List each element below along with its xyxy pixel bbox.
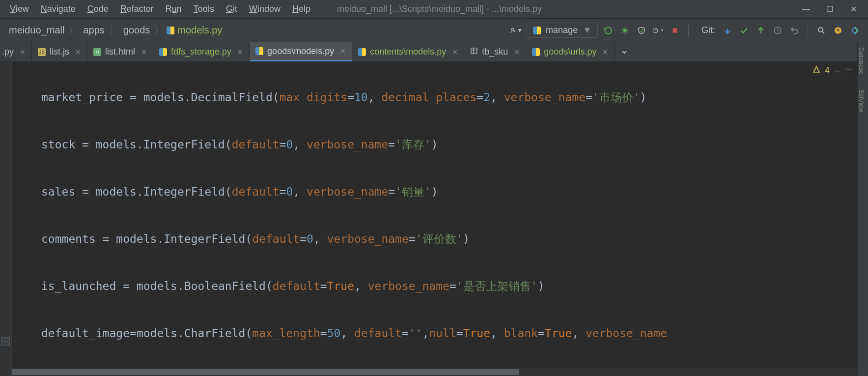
- tab-label: tb_sku: [482, 47, 508, 57]
- run-configuration-label: manage: [546, 25, 578, 35]
- tab-label: goods\models.py: [267, 46, 334, 57]
- chevron-down-icon[interactable]: ﹀: [845, 65, 853, 76]
- close-button[interactable]: ✕: [848, 4, 858, 14]
- search-everywhere-button[interactable]: [815, 24, 828, 37]
- python-icon: [255, 47, 263, 55]
- breadcrumb-file-label: models.py: [177, 25, 222, 36]
- more-tabs-button[interactable]: [615, 42, 634, 61]
- python-icon: [532, 48, 540, 56]
- fold-handle-icon[interactable]: –: [1, 337, 10, 346]
- maximize-button[interactable]: ☐: [825, 4, 835, 14]
- run-configuration-dropdown[interactable]: manage ▼: [527, 23, 598, 38]
- git-history-button[interactable]: [771, 24, 784, 37]
- python-icon: [159, 48, 167, 56]
- git-commit-button[interactable]: [738, 24, 751, 37]
- code-with-me-button[interactable]: [848, 24, 861, 37]
- menu-tools[interactable]: Tools: [189, 2, 219, 16]
- close-icon[interactable]: ✕: [602, 48, 608, 56]
- svg-point-0: [511, 28, 514, 30]
- table-icon: [470, 47, 478, 57]
- debug-button[interactable]: [618, 24, 631, 37]
- git-update-button[interactable]: [721, 24, 734, 37]
- js-icon: JS: [38, 48, 46, 56]
- tab-fdfs-storage[interactable]: fdfs_storage.py ✕: [153, 42, 250, 61]
- toolbar-separator: [688, 24, 689, 37]
- close-icon[interactable]: ✕: [340, 47, 346, 55]
- menu-refactor[interactable]: Refactor: [115, 2, 159, 16]
- tab-tb-sku[interactable]: tb_sku ✕: [464, 42, 526, 61]
- chevron-right-icon: 〉: [109, 23, 119, 38]
- menu-help[interactable]: Help: [287, 2, 315, 16]
- git-label: Git:: [701, 25, 715, 35]
- rerun-button[interactable]: [602, 24, 615, 37]
- chevron-right-icon: 〉: [154, 23, 165, 38]
- tab-goods-urls[interactable]: goods\urls.py ✕: [526, 42, 615, 61]
- code-line: comments = models.IntegerField(default=0…: [41, 227, 857, 251]
- python-icon: [533, 27, 541, 34]
- run-with-coverage-button[interactable]: [635, 24, 648, 37]
- inspection-widget[interactable]: 4 ︿ ﹀: [812, 65, 853, 76]
- close-icon[interactable]: ✕: [75, 48, 81, 56]
- svg-point-5: [818, 28, 823, 32]
- svg-point-1: [623, 29, 627, 32]
- menu-code[interactable]: Code: [83, 2, 113, 16]
- tab-label: list.js: [50, 47, 69, 57]
- svg-rect-7: [471, 48, 477, 54]
- breadcrumb-apps[interactable]: apps: [81, 25, 106, 36]
- close-icon[interactable]: ✕: [452, 48, 458, 56]
- html-icon: H: [93, 48, 101, 56]
- toolbar-separator: [808, 24, 808, 37]
- breadcrumb-root[interactable]: meiduo_mall: [7, 25, 66, 36]
- python-icon: [358, 48, 366, 56]
- right-tool-window-bar: Database SciView: [857, 42, 868, 376]
- code-line: market_price = models.DecimalField(max_d…: [41, 86, 857, 109]
- git-rollback-button[interactable]: [788, 24, 801, 37]
- editor-gutter[interactable]: –: [0, 62, 12, 376]
- menu-run[interactable]: Run: [161, 2, 187, 16]
- menu-navigate[interactable]: Navigate: [36, 2, 81, 16]
- chevron-up-icon[interactable]: ︿: [834, 65, 841, 76]
- tab-label: list.html: [105, 47, 135, 57]
- code-line: default_image=models.CharField(max_lengt…: [41, 321, 857, 345]
- main-menu-bar: View Navigate Code Refactor Run Tools Gi…: [0, 0, 868, 19]
- close-icon[interactable]: ✕: [237, 48, 243, 56]
- svg-rect-3: [672, 28, 677, 32]
- menu-git[interactable]: Git: [221, 2, 242, 16]
- warning-count: 4: [825, 65, 830, 76]
- sciview-tool-button[interactable]: SciView: [858, 85, 865, 112]
- tab-label: fdfs_storage.py: [171, 47, 231, 57]
- code-line: is_launched = models.BooleanField(defaul…: [41, 274, 857, 298]
- scrollbar-thumb[interactable]: [12, 369, 519, 375]
- navigation-toolbar: meiduo_mall 〉 apps 〉 goods 〉 models.py ▼…: [0, 19, 868, 42]
- git-push-button[interactable]: [755, 24, 767, 37]
- tab-list-js[interactable]: JS list.js ✕: [32, 42, 87, 61]
- breadcrumb-goods[interactable]: goods: [121, 25, 152, 36]
- code-editor[interactable]: market_price = models.DecimalField(max_d…: [12, 62, 857, 376]
- tab-list-html[interactable]: H list.html ✕: [87, 42, 153, 61]
- editor-tab-strip: .py ✕ JS list.js ✕ H list.html ✕ fdfs_st…: [0, 42, 868, 62]
- tab-label: .py: [2, 47, 14, 57]
- close-icon[interactable]: ✕: [141, 48, 147, 56]
- add-configuration-button[interactable]: ▼: [510, 24, 523, 37]
- tab-contents-models[interactable]: contents\models.py ✕: [352, 42, 464, 61]
- chevron-down-icon: ▼: [660, 28, 665, 33]
- menu-view[interactable]: View: [5, 2, 34, 16]
- window-title: meiduo_mall [...\Scripts\meiduo_mall] - …: [337, 4, 799, 14]
- menu-window[interactable]: Window: [244, 2, 285, 16]
- chevron-right-icon: 〉: [68, 23, 79, 38]
- close-icon[interactable]: ✕: [514, 48, 520, 56]
- minimize-button[interactable]: —: [801, 4, 811, 14]
- stop-button[interactable]: [669, 24, 681, 37]
- tab-goods-models[interactable]: goods\models.py ✕: [250, 42, 352, 61]
- tab-label: goods\urls.py: [544, 47, 596, 57]
- tab-partial-py[interactable]: .py ✕: [0, 42, 32, 61]
- profile-button[interactable]: ▼: [652, 24, 665, 37]
- breadcrumb: meiduo_mall 〉 apps 〉 goods 〉 models.py: [7, 23, 222, 38]
- editor-area: – Database SciView 4 ︿ ﹀ market_price = …: [0, 62, 868, 376]
- close-icon[interactable]: ✕: [20, 48, 26, 56]
- breadcrumb-file[interactable]: models.py: [167, 25, 222, 36]
- database-tool-button[interactable]: Database: [858, 42, 865, 75]
- window-controls: — ☐ ✕: [801, 4, 863, 14]
- horizontal-scrollbar[interactable]: [12, 368, 857, 376]
- ide-update-button[interactable]: [832, 24, 844, 37]
